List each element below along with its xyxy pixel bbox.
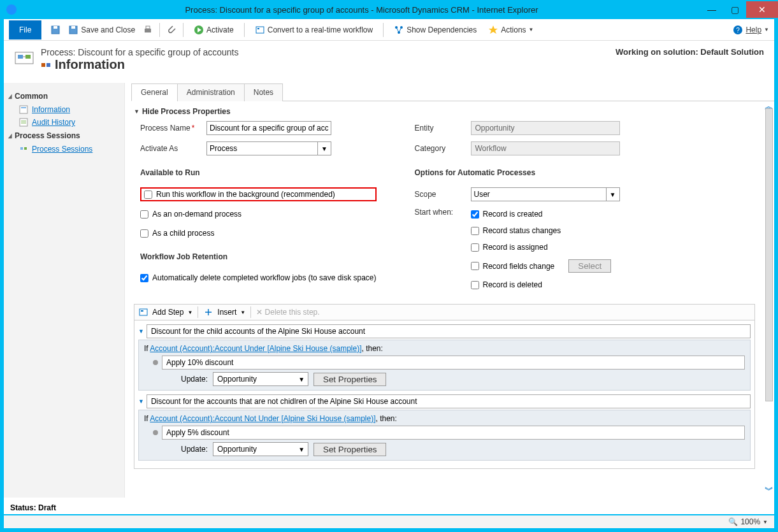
- stage-title-input[interactable]: Discount for the accounts that are not c…: [147, 394, 751, 408]
- zoom-control[interactable]: 🔍 100% ▼: [728, 517, 768, 526]
- condition-link[interactable]: Account (Account):Account Under [Alpine …: [150, 344, 361, 353]
- actions-menu[interactable]: Actions ▼: [484, 23, 537, 37]
- record-assigned-label: Record is assigned: [483, 243, 548, 252]
- print-icon[interactable]: [143, 25, 153, 35]
- activate-as-label: Activate As: [140, 144, 201, 153]
- insert-button[interactable]: Insert: [217, 308, 236, 317]
- record-assigned-checkbox[interactable]: [471, 243, 479, 252]
- run-background-label: Run this workflow in the background (rec…: [156, 190, 335, 199]
- close-button[interactable]: ✕: [746, 1, 778, 18]
- record-fields-checkbox[interactable]: [471, 262, 479, 270]
- insert-icon: [203, 307, 213, 317]
- audit-icon: [19, 118, 28, 127]
- activate-button[interactable]: Activate: [190, 23, 238, 37]
- left-nav: Common Information Audit History Process…: [4, 83, 125, 498]
- update-entity-select[interactable]: Opportunity▼: [213, 442, 308, 456]
- scope-label: Scope: [415, 190, 466, 199]
- actions-label: Actions: [501, 25, 526, 34]
- activate-as-select[interactable]: Process▼: [206, 141, 331, 155]
- save-close-label: Save and Close: [81, 25, 135, 34]
- scope-select[interactable]: User▼: [471, 187, 620, 201]
- svg-rect-15: [18, 55, 23, 59]
- activate-label: Activate: [206, 25, 234, 34]
- process-name-input[interactable]: [206, 121, 331, 135]
- chevron-down-icon: ▼: [529, 27, 534, 32]
- category-label: Category: [415, 144, 466, 153]
- breadcrumb: Process: Discount for a specific group o…: [41, 47, 238, 57]
- tab-general[interactable]: General: [131, 83, 178, 101]
- on-demand-checkbox[interactable]: [140, 210, 148, 219]
- ie-status-bar: 🔍 100% ▼: [4, 514, 774, 528]
- child-process-checkbox[interactable]: [140, 229, 148, 238]
- record-status-checkbox[interactable]: [471, 227, 479, 235]
- svg-rect-8: [257, 28, 259, 29]
- svg-rect-4: [145, 29, 151, 32]
- form-icon: [19, 105, 28, 114]
- save-close-button[interactable]: Save and Close: [64, 23, 139, 37]
- save-icon[interactable]: [50, 25, 61, 35]
- minimize-button[interactable]: —: [700, 1, 723, 18]
- scrollbar-thumb[interactable]: [765, 108, 773, 401]
- nav-information[interactable]: Information: [8, 103, 120, 116]
- file-menu[interactable]: File: [9, 20, 41, 40]
- svg-rect-17: [41, 63, 45, 67]
- save-close-icon: [68, 25, 78, 35]
- add-step-button[interactable]: Add Step: [152, 308, 184, 317]
- step-toolbar: Add Step▼ Insert▼ ✕ Delete this step.: [134, 304, 755, 320]
- svg-rect-1: [54, 26, 57, 29]
- nav-audit-label: Audit History: [32, 118, 75, 127]
- nav-common-header[interactable]: Common: [8, 92, 120, 101]
- start-when-label: Start when:: [415, 208, 466, 217]
- tab-admin[interactable]: Administration: [177, 83, 245, 101]
- entity-small-icon: [41, 60, 51, 70]
- help-button[interactable]: ? Help ▼: [733, 25, 769, 35]
- convert-button[interactable]: Convert to a real-time workflow: [251, 23, 377, 37]
- entity-field: Opportunity: [471, 121, 620, 135]
- svg-rect-19: [20, 106, 27, 113]
- page-title: Information: [55, 57, 125, 72]
- svg-rect-23: [24, 147, 27, 150]
- collapse-icon[interactable]: ▼: [138, 398, 144, 405]
- chevron-down-icon: ▼: [764, 27, 769, 32]
- process-icon: [14, 47, 34, 68]
- scroll-down-button[interactable]: ︾: [764, 485, 774, 495]
- nav-information-label: Information: [32, 105, 70, 114]
- svg-rect-20: [21, 107, 26, 108]
- show-deps-button[interactable]: Show Dependencies: [390, 23, 480, 37]
- show-deps-label: Show Dependencies: [407, 25, 477, 34]
- hide-properties-toggle[interactable]: Hide Process Properties: [134, 107, 755, 116]
- nav-sessions[interactable]: Process Sessions: [8, 143, 120, 155]
- stage-title-input[interactable]: Discount for the child accounts of the A…: [147, 324, 751, 338]
- set-properties-button[interactable]: Set Properties: [313, 443, 386, 456]
- nav-audit[interactable]: Audit History: [8, 116, 120, 129]
- step-description-input[interactable]: Apply 10% discount: [162, 356, 745, 370]
- condition-link[interactable]: Account (Account):Account Not Under [Alp…: [150, 414, 375, 423]
- record-created-checkbox[interactable]: [471, 210, 479, 219]
- update-entity-select[interactable]: Opportunity▼: [213, 372, 308, 386]
- svg-text:?: ?: [737, 27, 740, 34]
- svg-rect-7: [256, 27, 264, 33]
- svg-rect-5: [146, 26, 150, 29]
- step-description-input[interactable]: Apply 5% discount: [162, 426, 745, 440]
- convert-label: Convert to a real-time workflow: [268, 25, 373, 34]
- tab-notes[interactable]: Notes: [244, 83, 283, 101]
- record-deleted-label: Record is deleted: [483, 280, 542, 289]
- activate-icon: [194, 25, 204, 35]
- collapse-icon[interactable]: ▼: [138, 328, 144, 334]
- svg-rect-21: [20, 119, 27, 126]
- set-properties-button[interactable]: Set Properties: [313, 373, 386, 386]
- select-fields-button[interactable]: Select: [568, 259, 611, 273]
- record-status-label: Record status changes: [483, 226, 561, 235]
- run-background-checkbox[interactable]: [144, 191, 152, 199]
- record-deleted-checkbox[interactable]: [471, 281, 479, 289]
- attach-icon[interactable]: [166, 25, 176, 35]
- zoom-icon: 🔍: [728, 517, 738, 526]
- auto-delete-checkbox[interactable]: [140, 274, 148, 282]
- zoom-value: 100%: [740, 517, 760, 526]
- step-bullet-icon: [153, 360, 158, 365]
- chevron-down-icon: ▼: [763, 519, 768, 525]
- update-label: Update:: [181, 445, 208, 454]
- nav-sessions-header[interactable]: Process Sessions: [8, 131, 120, 140]
- titlebar: Process: Discount for a specific group o…: [0, 0, 778, 19]
- maximize-button[interactable]: ▢: [723, 1, 746, 18]
